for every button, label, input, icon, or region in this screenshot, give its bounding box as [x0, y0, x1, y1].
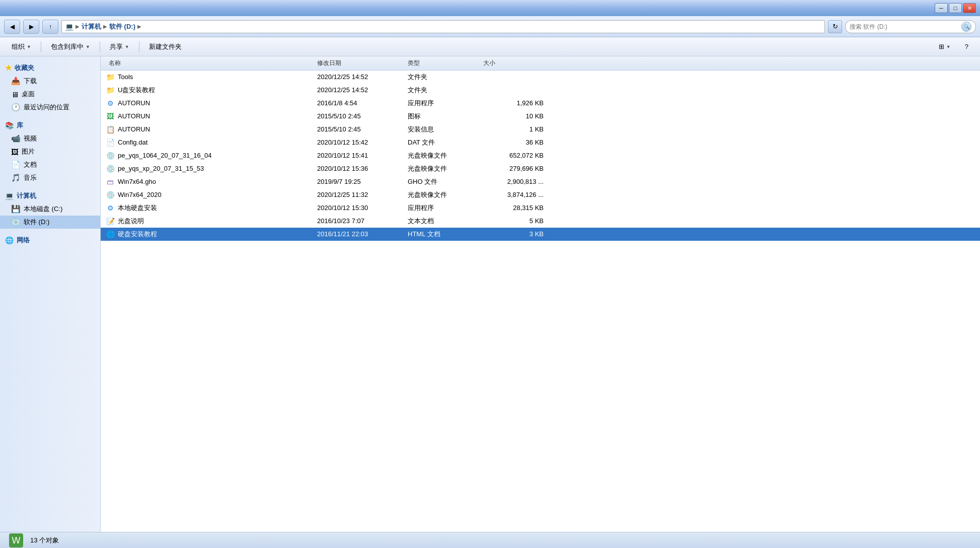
file-name-text: 硬盘安装教程: [118, 230, 157, 239]
file-name-text: 光盘说明: [118, 217, 144, 226]
library-label: 库: [17, 121, 23, 130]
path-computer: 计算机: [82, 22, 101, 31]
computer-section: 💻 计算机 💾 本地磁盘 (C:) 💿 软件 (D:): [0, 189, 100, 229]
sidebar-item-video[interactable]: 📹 视频: [0, 132, 100, 145]
sidebar-item-documents[interactable]: 📄 文档: [0, 158, 100, 171]
path-drive: 软件 (D:): [109, 22, 135, 31]
include-library-button[interactable]: 包含到库中 ▼: [44, 40, 97, 54]
up-button[interactable]: ↑: [42, 20, 58, 34]
file-date-cell: 2016/1/8 4:54: [317, 99, 408, 107]
sidebar-item-pictures[interactable]: 🖼 图片: [0, 145, 100, 158]
refresh-button[interactable]: ↻: [828, 20, 842, 33]
share-button[interactable]: 共享 ▼: [103, 40, 136, 54]
table-row[interactable]: ⚙ 本地硬盘安装 2020/10/12 15:30 应用程序 28,315 KB: [101, 201, 980, 215]
table-row[interactable]: 💿 pe_yqs_1064_20_07_31_16_04 2020/10/12 …: [101, 149, 980, 162]
title-bar: ─ □ ✕: [0, 0, 980, 16]
svg-text:W: W: [12, 535, 21, 545]
table-row[interactable]: 💿 pe_yqs_xp_20_07_31_15_53 2020/10/12 15…: [101, 162, 980, 175]
forward-button[interactable]: ▶: [23, 20, 39, 34]
download-icon: 📥: [11, 77, 21, 86]
table-row[interactable]: 💿 Win7x64_2020 2020/12/25 11:32 光盘映像文件 3…: [101, 188, 980, 201]
view-icon: ⊞: [939, 43, 944, 50]
file-size-cell: 5 KB: [483, 217, 544, 225]
address-path[interactable]: 💻 ▶ 计算机 ▶ 软件 (D:) ▶: [61, 20, 825, 33]
favorites-icon: ★: [5, 63, 12, 73]
back-button[interactable]: ◀: [4, 20, 20, 34]
table-row[interactable]: ⚙ AUTORUN 2016/1/8 4:54 应用程序 1,926 KB: [101, 97, 980, 110]
documents-icon: 📄: [11, 160, 21, 169]
table-row[interactable]: 📝 光盘说明 2016/10/23 7:07 文本文档 5 KB: [101, 215, 980, 228]
address-bar: ◀ ▶ ↑ 💻 ▶ 计算机 ▶ 软件 (D:) ▶ ↻ 🔍: [0, 16, 980, 37]
close-button[interactable]: ✕: [963, 3, 976, 13]
file-type-icon: 🗃: [106, 177, 115, 186]
file-type-cell: GHO 文件: [408, 177, 483, 186]
organize-button[interactable]: 组织 ▼: [5, 40, 38, 54]
new-folder-label: 新建文件夹: [149, 42, 182, 51]
file-name-text: AUTORUN: [118, 125, 150, 133]
file-size-cell: 3 KB: [483, 230, 544, 238]
minimize-button[interactable]: ─: [935, 3, 948, 13]
file-type-cell: 应用程序: [408, 203, 483, 213]
sidebar-item-download[interactable]: 📥 下载: [0, 75, 100, 88]
file-type-icon: 📝: [106, 217, 115, 226]
sidebar-item-desktop[interactable]: 🖥 桌面: [0, 88, 100, 101]
file-type-icon: ⚙: [106, 203, 115, 213]
library-section: 📚 库 📹 视频 🖼 图片 📄 文档 🎵 音乐: [0, 119, 100, 184]
view-button[interactable]: ⊞ ▼: [932, 40, 957, 54]
new-folder-button[interactable]: 新建文件夹: [142, 40, 188, 54]
file-type-icon: 📄: [106, 138, 115, 147]
file-size-cell: 1,926 KB: [483, 99, 544, 107]
network-section: 🌐 网络: [0, 234, 100, 247]
file-date-cell: 2020/10/12 15:36: [317, 165, 408, 172]
file-name-cell: 🌐 硬盘安装教程: [106, 230, 317, 239]
column-name[interactable]: 名称: [106, 59, 317, 67]
sidebar-item-music[interactable]: 🎵 音乐: [0, 171, 100, 184]
help-button[interactable]: ?: [958, 40, 975, 54]
search-bar[interactable]: 🔍: [845, 20, 976, 33]
file-list-area: 名称 修改日期 类型 大小 📁 Tools 2020/12/25 14:52 文…: [101, 56, 980, 532]
file-name-text: AUTORUN: [118, 99, 150, 107]
file-name-cell: 💿 Win7x64_2020: [106, 190, 317, 199]
file-name-text: pe_yqs_xp_20_07_31_15_53: [118, 165, 204, 172]
column-date[interactable]: 修改日期: [317, 59, 408, 67]
network-header: 🌐 网络: [0, 234, 100, 247]
file-name-text: Config.dat: [118, 139, 147, 146]
file-name-cell: 💿 pe_yqs_xp_20_07_31_15_53: [106, 164, 317, 173]
pictures-icon: 🖼: [11, 148, 19, 156]
file-type-icon: 📁: [106, 86, 115, 95]
table-row[interactable]: 📁 U盘安装教程 2020/12/25 14:52 文件夹: [101, 84, 980, 97]
file-name-cell: 💿 pe_yqs_1064_20_07_31_16_04: [106, 151, 317, 160]
table-row[interactable]: 🌐 硬盘安装教程 2016/11/21 22:03 HTML 文档 3 KB: [101, 228, 980, 241]
share-dropdown-arrow: ▼: [125, 44, 129, 49]
sidebar-item-recent[interactable]: 🕐 最近访问的位置: [0, 101, 100, 114]
file-type-cell: 文本文档: [408, 217, 483, 226]
table-row[interactable]: 🖼 AUTORUN 2015/5/10 2:45 图标 10 KB: [101, 110, 980, 123]
column-type[interactable]: 类型: [408, 59, 483, 67]
file-name-cell: 🗃 Win7x64.gho: [106, 177, 317, 186]
file-type-icon: 📋: [106, 125, 115, 134]
file-date-cell: 2020/10/12 15:42: [317, 139, 408, 146]
sidebar-item-c-drive[interactable]: 💾 本地磁盘 (C:): [0, 202, 100, 216]
maximize-button[interactable]: □: [949, 3, 962, 13]
search-input[interactable]: [850, 23, 959, 30]
file-type-cell: 光盘映像文件: [408, 151, 483, 160]
file-size-cell: 2,900,813 ...: [483, 178, 544, 185]
file-size-cell: 279,696 KB: [483, 165, 544, 172]
file-type-cell: 图标: [408, 112, 483, 121]
favorites-header: ★ 收藏夹: [0, 61, 100, 75]
d-drive-label: 软件 (D:): [24, 218, 49, 227]
file-type-cell: DAT 文件: [408, 138, 483, 147]
table-row[interactable]: 📄 Config.dat 2020/10/12 15:42 DAT 文件 36 …: [101, 136, 980, 149]
table-row[interactable]: 📁 Tools 2020/12/25 14:52 文件夹: [101, 71, 980, 84]
file-date-cell: 2020/12/25 14:52: [317, 73, 408, 81]
window-controls: ─ □ ✕: [935, 3, 976, 13]
column-size[interactable]: 大小: [483, 59, 544, 67]
file-name-text: Tools: [118, 73, 133, 81]
include-library-dropdown-arrow: ▼: [86, 44, 90, 49]
file-type-cell: HTML 文档: [408, 230, 483, 239]
table-row[interactable]: 🗃 Win7x64.gho 2019/9/7 19:25 GHO 文件 2,90…: [101, 175, 980, 188]
search-button[interactable]: 🔍: [961, 22, 971, 32]
table-row[interactable]: 📋 AUTORUN 2015/5/10 2:45 安装信息 1 KB: [101, 123, 980, 136]
favorites-section: ★ 收藏夹 📥 下载 🖥 桌面 🕐 最近访问的位置: [0, 61, 100, 114]
sidebar-item-d-drive[interactable]: 💿 软件 (D:): [0, 216, 100, 229]
